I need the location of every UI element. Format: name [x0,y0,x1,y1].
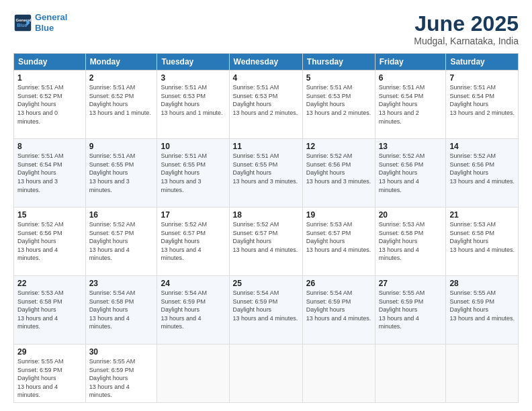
empty-cell [446,345,519,403]
page: General Blue General Blue June 2025 Mudg… [0,0,532,411]
day-number: 6 [379,73,443,83]
day-info: Sunrise: 5:52 AM Sunset: 6:56 PM Dayligh… [17,220,82,263]
day-info: Sunrise: 5:52 AM Sunset: 6:56 PM Dayligh… [379,152,443,194]
month-title: June 2025 [414,12,519,36]
day-info: Sunrise: 5:52 AM Sunset: 6:56 PM Dayligh… [306,152,371,185]
day-cell: 4 Sunrise: 5:51 AM Sunset: 6:53 PM Dayli… [229,71,302,139]
day-cell: 29 Sunrise: 5:55 AM Sunset: 6:59 PM Dayl… [14,345,86,403]
day-cell: 8 Sunrise: 5:51 AM Sunset: 6:54 PM Dayli… [14,139,86,208]
day-number: 8 [17,142,82,151]
day-cell: 19 Sunrise: 5:53 AM Sunset: 6:57 PM Dayl… [302,208,375,276]
day-number: 13 [379,142,443,151]
day-number: 4 [233,73,299,83]
logo: General Blue General Blue [13,12,67,33]
week-row: 22 Sunrise: 5:53 AM Sunset: 6:58 PM Dayl… [14,276,519,345]
day-number: 20 [379,210,443,220]
week-row: 29 Sunrise: 5:55 AM Sunset: 6:59 PM Dayl… [14,345,519,403]
day-cell: 24 Sunrise: 5:54 AM Sunset: 6:59 PM Dayl… [157,276,229,345]
day-info: Sunrise: 5:52 AM Sunset: 6:57 PM Dayligh… [233,220,299,254]
empty-cell [229,345,302,403]
day-info: Sunrise: 5:51 AM Sunset: 6:52 PM Dayligh… [17,83,82,126]
day-cell: 7 Sunrise: 5:51 AM Sunset: 6:54 PM Dayli… [446,71,519,139]
header: General Blue General Blue June 2025 Mudg… [13,12,519,46]
day-cell: 2 Sunrise: 5:51 AM Sunset: 6:52 PM Dayli… [85,71,157,139]
day-cell: 15 Sunrise: 5:52 AM Sunset: 6:56 PM Dayl… [14,208,86,276]
day-number: 15 [17,210,82,220]
day-number: 18 [233,210,299,220]
day-cell: 30 Sunrise: 5:55 AM Sunset: 6:59 PM Dayl… [85,345,157,403]
day-number: 5 [306,73,371,83]
calendar-table: Sunday Monday Tuesday Wednesday Thursday… [13,53,519,403]
day-cell: 27 Sunrise: 5:55 AM Sunset: 6:59 PM Dayl… [375,276,446,345]
day-info: Sunrise: 5:51 AM Sunset: 6:55 PM Dayligh… [233,152,299,185]
day-cell: 18 Sunrise: 5:52 AM Sunset: 6:57 PM Dayl… [229,208,302,276]
day-number: 23 [89,279,154,288]
day-number: 14 [449,142,515,151]
header-friday: Friday [375,54,446,71]
day-number: 10 [161,142,225,151]
day-info: Sunrise: 5:55 AM Sunset: 6:59 PM Dayligh… [379,289,443,331]
day-number: 17 [161,210,225,220]
day-number: 2 [89,73,154,83]
day-cell: 28 Sunrise: 5:55 AM Sunset: 6:59 PM Dayl… [446,276,519,345]
day-info: Sunrise: 5:52 AM Sunset: 6:57 PM Dayligh… [161,220,225,263]
day-cell: 20 Sunrise: 5:53 AM Sunset: 6:58 PM Dayl… [375,208,446,276]
logo-text-block: General Blue [35,12,67,33]
day-cell: 1 Sunrise: 5:51 AM Sunset: 6:52 PM Dayli… [14,71,86,139]
weekday-header-row: Sunday Monday Tuesday Wednesday Thursday… [14,54,519,71]
day-info: Sunrise: 5:55 AM Sunset: 6:59 PM Dayligh… [17,357,82,400]
day-cell: 26 Sunrise: 5:54 AM Sunset: 6:59 PM Dayl… [302,276,375,345]
day-number: 3 [161,73,225,83]
header-saturday: Saturday [446,54,519,71]
day-info: Sunrise: 5:54 AM Sunset: 6:59 PM Dayligh… [161,289,225,331]
week-row: 8 Sunrise: 5:51 AM Sunset: 6:54 PM Dayli… [14,139,519,208]
day-cell: 17 Sunrise: 5:52 AM Sunset: 6:57 PM Dayl… [157,208,229,276]
day-number: 27 [379,279,443,288]
logo-name: General Blue [35,12,67,33]
logo-icon: General Blue [13,13,32,32]
day-cell: 22 Sunrise: 5:53 AM Sunset: 6:58 PM Dayl… [14,276,86,345]
day-number: 16 [89,210,154,220]
day-cell: 12 Sunrise: 5:52 AM Sunset: 6:56 PM Dayl… [302,139,375,208]
empty-cell [157,345,229,403]
day-cell: 9 Sunrise: 5:51 AM Sunset: 6:55 PM Dayli… [85,139,157,208]
day-number: 29 [17,347,82,357]
day-number: 9 [89,142,154,151]
day-info: Sunrise: 5:51 AM Sunset: 6:54 PM Dayligh… [17,152,82,194]
day-number: 1 [17,73,82,83]
day-cell: 3 Sunrise: 5:51 AM Sunset: 6:53 PM Dayli… [157,71,229,139]
day-number: 25 [233,279,299,288]
day-info: Sunrise: 5:54 AM Sunset: 6:59 PM Dayligh… [233,289,299,322]
header-monday: Monday [85,54,157,71]
day-number: 7 [449,73,515,83]
day-info: Sunrise: 5:52 AM Sunset: 6:56 PM Dayligh… [449,152,515,185]
day-cell: 5 Sunrise: 5:51 AM Sunset: 6:53 PM Dayli… [302,71,375,139]
day-cell: 10 Sunrise: 5:51 AM Sunset: 6:55 PM Dayl… [157,139,229,208]
empty-cell [302,345,375,403]
day-info: Sunrise: 5:53 AM Sunset: 6:58 PM Dayligh… [449,220,515,254]
day-number: 19 [306,210,371,220]
day-number: 11 [233,142,299,151]
day-cell: 14 Sunrise: 5:52 AM Sunset: 6:56 PM Dayl… [446,139,519,208]
day-info: Sunrise: 5:53 AM Sunset: 6:58 PM Dayligh… [379,220,443,263]
day-info: Sunrise: 5:51 AM Sunset: 6:55 PM Dayligh… [89,152,154,194]
day-info: Sunrise: 5:53 AM Sunset: 6:58 PM Dayligh… [17,289,82,331]
day-info: Sunrise: 5:51 AM Sunset: 6:53 PM Dayligh… [233,83,299,117]
day-info: Sunrise: 5:52 AM Sunset: 6:57 PM Dayligh… [89,220,154,263]
day-number: 22 [17,279,82,288]
logo-blue: Blue [35,23,54,33]
location: Mudgal, Karnataka, India [414,36,519,46]
day-number: 21 [449,210,515,220]
day-number: 24 [161,279,225,288]
svg-text:Blue: Blue [17,23,27,28]
header-wednesday: Wednesday [229,54,302,71]
day-info: Sunrise: 5:51 AM Sunset: 6:55 PM Dayligh… [161,152,225,194]
day-info: Sunrise: 5:54 AM Sunset: 6:59 PM Dayligh… [306,289,371,322]
day-cell: 13 Sunrise: 5:52 AM Sunset: 6:56 PM Dayl… [375,139,446,208]
day-info: Sunrise: 5:51 AM Sunset: 6:52 PM Dayligh… [89,83,154,117]
header-sunday: Sunday [14,54,86,71]
week-row: 15 Sunrise: 5:52 AM Sunset: 6:56 PM Dayl… [14,208,519,276]
empty-cell [375,345,446,403]
title-section: June 2025 Mudgal, Karnataka, India [414,12,519,46]
header-tuesday: Tuesday [157,54,229,71]
